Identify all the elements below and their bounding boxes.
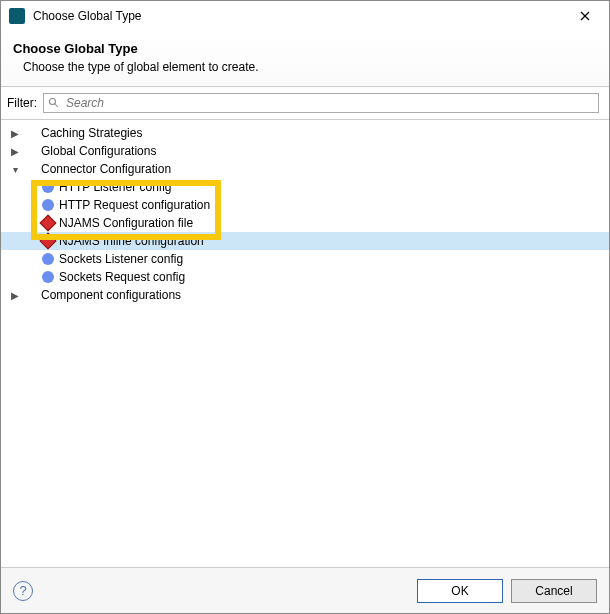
- chevron-right-icon[interactable]: ▶: [7, 146, 23, 157]
- header-subtitle: Choose the type of global element to cre…: [13, 60, 593, 74]
- config-icon: [41, 270, 55, 284]
- tree-node-caching-strategies[interactable]: ▶ Caching Strategies: [1, 124, 609, 142]
- tree-node-label: Caching Strategies: [41, 126, 142, 140]
- chevron-down-icon[interactable]: ▾: [7, 164, 23, 175]
- config-icon: [41, 198, 55, 212]
- tree-leaf-label: NJAMS Configuration file: [59, 216, 193, 230]
- search-input[interactable]: [64, 95, 594, 111]
- config-icon: [41, 180, 55, 194]
- njams-icon: [41, 216, 55, 230]
- search-wrap[interactable]: [43, 93, 599, 113]
- tree-leaf-label: HTTP Request configuration: [59, 198, 210, 212]
- app-icon: [9, 8, 25, 24]
- tree-node-connector-configuration[interactable]: ▾ Connector Configuration: [1, 160, 609, 178]
- close-icon: [580, 11, 590, 21]
- tree-node-global-configurations[interactable]: ▶ Global Configurations: [1, 142, 609, 160]
- config-icon: [41, 252, 55, 266]
- tree-node-component-configurations[interactable]: ▶ Component configurations: [1, 286, 609, 304]
- type-tree[interactable]: ▶ Caching Strategies ▶ Global Configurat…: [1, 119, 609, 539]
- button-label: Cancel: [535, 584, 572, 598]
- chevron-right-icon[interactable]: ▶: [7, 290, 23, 301]
- tree-leaf-label: HTTP Listener config: [59, 180, 172, 194]
- window-title: Choose Global Type: [33, 9, 565, 23]
- tree-node-label: Component configurations: [41, 288, 181, 302]
- svg-line-1: [55, 104, 58, 107]
- tree-leaf-label: NJAMS Inline configuration: [59, 234, 204, 248]
- chevron-right-icon[interactable]: ▶: [7, 128, 23, 139]
- ok-button[interactable]: OK: [417, 579, 503, 603]
- cancel-button[interactable]: Cancel: [511, 579, 597, 603]
- tree-leaf-sockets-listener-config[interactable]: Sockets Listener config: [1, 250, 609, 268]
- dialog-header: Choose Global Type Choose the type of gl…: [1, 31, 609, 87]
- tree-leaf-http-listener-config[interactable]: HTTP Listener config: [1, 178, 609, 196]
- close-button[interactable]: [565, 2, 605, 30]
- filter-row: Filter:: [1, 87, 609, 119]
- tree-leaf-sockets-request-config[interactable]: Sockets Request config: [1, 268, 609, 286]
- njams-icon: [41, 234, 55, 248]
- svg-point-0: [50, 99, 56, 105]
- button-label: OK: [451, 584, 468, 598]
- tree-leaf-http-request-configuration[interactable]: HTTP Request configuration: [1, 196, 609, 214]
- header-title: Choose Global Type: [13, 41, 593, 56]
- tree-leaf-njams-inline-configuration[interactable]: NJAMS Inline configuration: [1, 232, 609, 250]
- help-icon: ?: [19, 583, 26, 598]
- tree-leaf-label: Sockets Request config: [59, 270, 185, 284]
- tree-node-label: Connector Configuration: [41, 162, 171, 176]
- search-icon: [48, 97, 60, 109]
- dialog-footer: ? OK Cancel: [1, 567, 609, 613]
- tree-leaf-njams-configuration-file[interactable]: NJAMS Configuration file: [1, 214, 609, 232]
- tree-leaf-label: Sockets Listener config: [59, 252, 183, 266]
- tree-node-label: Global Configurations: [41, 144, 156, 158]
- titlebar: Choose Global Type: [1, 1, 609, 31]
- help-button[interactable]: ?: [13, 581, 33, 601]
- filter-label: Filter:: [7, 96, 37, 110]
